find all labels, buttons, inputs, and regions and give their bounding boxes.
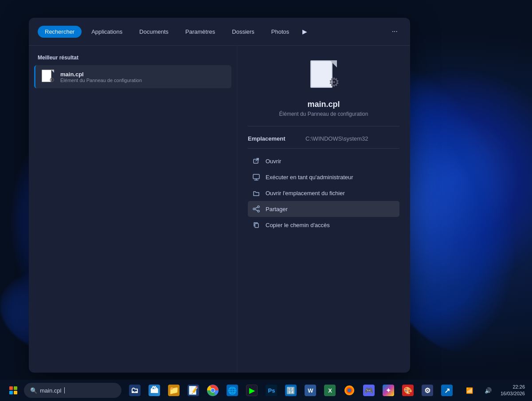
tab-photos[interactable]: Photos <box>264 26 296 38</box>
svg-point-4 <box>258 210 259 212</box>
divider-top <box>248 126 399 126</box>
taskbar-app-paint3d[interactable]: 🎨 <box>399 381 417 399</box>
svg-point-3 <box>253 208 255 210</box>
section-title: Meilleur résultat <box>34 53 231 65</box>
taskbar-app-calculator[interactable]: 🔢 <box>282 381 300 399</box>
result-text: main.cpl Élément du Panneau de configura… <box>60 71 142 83</box>
search-cursor <box>64 387 65 393</box>
result-file-icon: ⚙ <box>41 70 55 84</box>
action-copy-path-label: Copier le chemin d'accès <box>266 222 330 228</box>
play-button[interactable]: ▶ <box>299 25 311 38</box>
file-type-label: Élément du Panneau de configuration <box>279 111 368 117</box>
windows-start-button[interactable] <box>4 381 22 399</box>
action-open-label: Ouvrir <box>266 158 281 165</box>
filter-tabs-bar: Rechercher Applications Documents Paramè… <box>29 18 410 46</box>
open-icon <box>252 157 260 165</box>
taskbar-app-excel[interactable]: X <box>321 381 339 399</box>
best-result-item[interactable]: ⚙ main.cpl Élément du Panneau de configu… <box>34 65 231 88</box>
action-share-label: Partager <box>266 206 288 212</box>
file-title: main.cpl <box>307 100 340 109</box>
taskbar-app-edge[interactable]: 🌐 <box>223 381 241 399</box>
result-name: main.cpl <box>60 71 142 78</box>
action-open[interactable]: Ouvrir <box>248 153 399 169</box>
tab-rechercher[interactable]: Rechercher <box>38 26 82 38</box>
taskbar: 🔍 main.cpl 🗂 🏔 📁 📝 <box>0 380 532 401</box>
more-button[interactable]: ··· <box>388 25 401 38</box>
action-copy-path[interactable]: Copier le chemin d'accès <box>248 217 399 233</box>
taskbar-apps-center: 🗂 🏔 📁 📝 🌐 ▶ <box>123 381 459 399</box>
location-label: Emplacement <box>248 135 305 142</box>
svg-point-2 <box>258 206 259 208</box>
system-time: 22:26 <box>501 384 525 390</box>
action-run-admin[interactable]: Exécuter en tant qu'administrateur <box>248 169 399 185</box>
taskbar-app-discord[interactable]: 🎮 <box>360 381 378 399</box>
search-panel: Rechercher Applications Documents Paramè… <box>29 18 410 373</box>
content-area: Meilleur résultat ⚙ main.cpl Élément du … <box>29 46 410 373</box>
right-panel: ⚙ main.cpl Élément du Panneau de configu… <box>237 46 410 373</box>
svg-point-12 <box>348 389 351 392</box>
taskbar-app-chrome[interactable] <box>204 381 222 399</box>
tab-dossiers[interactable]: Dossiers <box>225 26 262 38</box>
svg-rect-5 <box>255 224 258 228</box>
tab-parametres[interactable]: Paramètres <box>178 26 222 38</box>
taskbar-app-terminal[interactable]: ▶ <box>243 381 261 399</box>
action-share[interactable]: Partager <box>248 201 399 217</box>
taskbar-app-store[interactable]: ↗ <box>438 381 456 399</box>
taskbar-app-notepad[interactable]: 📝 <box>184 381 202 399</box>
system-date: 16/03/2026 <box>501 390 525 397</box>
left-panel: Meilleur résultat ⚙ main.cpl Élément du … <box>29 46 237 373</box>
run-admin-icon <box>252 173 260 181</box>
tab-documents[interactable]: Documents <box>132 26 176 38</box>
big-file-icon: ⚙ <box>306 58 341 94</box>
share-icon <box>252 205 260 213</box>
taskbar-app-file-explorer[interactable]: 📁 <box>165 381 183 399</box>
divider-bottom <box>248 148 399 149</box>
taskbar-app-settings[interactable]: ⚙ <box>419 381 436 399</box>
location-row: Emplacement C:\WINDOWS\system32 <box>248 133 399 145</box>
taskbar-app-photoshop[interactable]: Ps <box>262 381 280 399</box>
windows-logo-icon <box>9 386 17 394</box>
taskbar-app-copilot[interactable]: ✦ <box>379 381 397 399</box>
taskbar-system-tray: 📶 🔊 22:26 16/03/2026 <box>461 381 528 399</box>
firefox-icon <box>344 385 355 396</box>
action-open-location-label: Ouvrir l'emplacement du fichier <box>266 190 345 197</box>
taskbar-search-icon: 🔍 <box>30 387 37 394</box>
open-location-icon <box>252 189 260 197</box>
taskbar-app-firefox[interactable] <box>340 381 358 399</box>
location-value: C:\WINDOWS\system32 <box>305 135 368 142</box>
action-open-location[interactable]: Ouvrir l'emplacement du fichier <box>248 185 399 201</box>
tray-network[interactable]: 📶 <box>461 381 478 399</box>
result-subtitle: Élément du Panneau de configuration <box>60 78 142 83</box>
taskbar-app-explorer[interactable]: 🗂 <box>126 381 144 399</box>
copy-path-icon <box>252 221 260 229</box>
action-run-admin-label: Exécuter en tant qu'administrateur <box>266 174 353 181</box>
taskbar-app-word[interactable]: W <box>301 381 319 399</box>
svg-rect-1 <box>253 174 259 179</box>
tray-sound[interactable]: 🔊 <box>479 381 497 399</box>
tab-applications[interactable]: Applications <box>84 26 129 38</box>
taskbar-search-text: main.cpl <box>40 387 61 394</box>
taskbar-app-photos[interactable]: 🏔 <box>145 381 163 399</box>
taskbar-search-bar[interactable]: 🔍 main.cpl <box>24 383 121 398</box>
chrome-icon <box>207 385 219 396</box>
svg-point-9 <box>211 389 215 392</box>
system-clock[interactable]: 22:26 16/03/2026 <box>498 384 528 397</box>
